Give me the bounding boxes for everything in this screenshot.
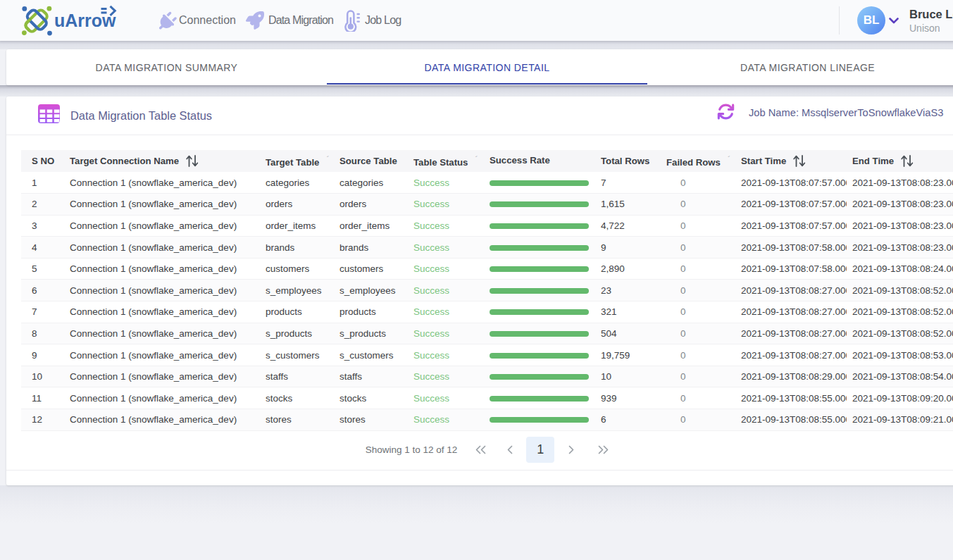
svg-text:uArrow: uArrow	[54, 11, 116, 30]
